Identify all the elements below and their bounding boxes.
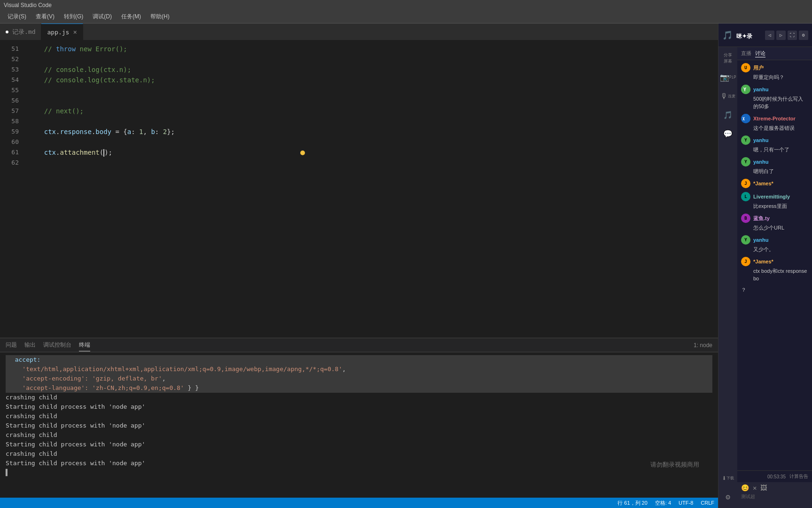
avatar-7: B [741, 214, 750, 223]
title-bar-text: Visual Studio Code [4, 2, 52, 8]
tab-records-md[interactable]: 记录.md [0, 24, 41, 40]
chat-user-6: L Liveremittingly [741, 192, 808, 201]
avatar-6: L [741, 192, 750, 201]
terminal-line-2: 'text/html,application/xhtml+xml,applica… [6, 365, 712, 374]
avatar-9: J [741, 257, 750, 266]
chat-bottom: 00:53:35 计算告告 😊 ✕ 🖼 测试超 [737, 470, 812, 508]
line-num-55: 55 [0, 85, 28, 95]
sidebar-icon-2[interactable]: ▷ [776, 31, 786, 40]
chat-text-9: ctx body和ctx response bo [741, 267, 808, 282]
terminal-line-12: Starting child process with 'node app' [6, 459, 712, 468]
close-tab-icon[interactable]: × [73, 28, 77, 36]
status-bar: 行 61，列 20 空格: 4 UTF-8 CRLF [0, 498, 718, 508]
terminal-line-6: Starting child process with 'node app' [6, 402, 712, 412]
tool-music[interactable]: 🎵 [720, 107, 735, 122]
chat-text-8: 又少个。 [741, 246, 808, 253]
tab-bar: 记录.md app.js × [0, 24, 718, 40]
menu-records[interactable]: 记录(S) [4, 12, 30, 22]
line-num-56: 56 [0, 95, 28, 106]
right-sidebar: 🎵 咪✦录 ◁ ▷ ⛶ ⚙ 分享屏幕 📷 PiP 🎙 [718, 24, 812, 508]
chat-smile-icon[interactable]: 😊 [741, 484, 749, 492]
tab-records-label: 记录.md [12, 28, 35, 36]
sidebar-icon-settings[interactable]: ⚙ [799, 31, 808, 40]
panel-tabs: 问题 输出 调试控制台 终端 1: node [0, 338, 718, 352]
chat-close-icon[interactable]: ✕ [753, 484, 757, 492]
tab-terminal[interactable]: 终端 [79, 339, 90, 351]
line-num-54: 54 [0, 75, 28, 85]
tool-share[interactable]: 分享屏幕 [720, 51, 735, 66]
tab-debug-console[interactable]: 调试控制台 [43, 339, 71, 351]
terminal-line-4: 'accept-language': 'zh-CN,zh;q=0.9,en;q=… [6, 383, 712, 393]
terminal-cursor-line: ▌ [6, 468, 712, 477]
line-num-57: 57 [0, 106, 28, 116]
terminal-line-9: crashing child [6, 430, 712, 440]
svg-text:X: X [742, 117, 745, 121]
line-num-60: 60 [0, 137, 28, 147]
chat-text-6: 比express里面 [741, 202, 808, 210]
chat-image-icon[interactable]: 🖼 [760, 484, 767, 492]
tab-problems[interactable]: 问题 [6, 339, 17, 351]
chat-user-9: J *James* [741, 257, 808, 266]
chat-msg-0: U 用户 即重定向吗？ [741, 63, 808, 81]
status-encoding: UTF-8 [679, 500, 693, 506]
sidebar-icon-1[interactable]: ◁ [765, 31, 774, 40]
avatar-8: Y [741, 235, 750, 245]
code-line-58: 58 [0, 116, 718, 127]
sidebar-icon-3[interactable]: ⛶ [788, 31, 797, 40]
chat-username-9: *James* [753, 259, 773, 264]
menu-goto[interactable]: 转到(G) [60, 12, 87, 22]
code-line-59: 59 ctx.response.body = {a: 1, b: 2}; [0, 127, 718, 137]
chat-username-3: yanhu [753, 137, 768, 143]
terminal-line-3: 'accept-encoding': 'gzip, deflate, br', [6, 374, 712, 383]
code-editor[interactable]: 51 // throw new Error(); 52 53 // consol… [0, 40, 718, 338]
menu-debug[interactable]: 调试(D) [89, 12, 116, 22]
chat-msg-6: L Liveremittingly 比express里面 [741, 192, 808, 210]
menu-bar: 记录(S) 查看(V) 转到(G) 调试(D) 任务(M) 帮助(H) [0, 10, 812, 24]
panel-area: 问题 输出 调试控制台 终端 1: node accept: 'text/htm… [0, 338, 718, 498]
menu-view[interactable]: 查看(V) [32, 12, 58, 22]
chat-username-4: yanhu [753, 159, 768, 165]
line-content-53: // console.log(ctx.n); [28, 64, 718, 75]
chat-messages[interactable]: U 用户 即重定向吗？ Y yanhu 500的时候为什么写 [737, 60, 812, 470]
chat-msg-1: Y yanhu 500的时候为什么写入的50多 [741, 85, 808, 110]
tab-output[interactable]: 输出 [24, 339, 36, 351]
menu-tasks[interactable]: 任务(M) [117, 12, 145, 22]
chat-tab-live[interactable]: 直播 [741, 50, 751, 57]
avatar-2: X [741, 114, 750, 123]
terminal-content[interactable]: accept: 'text/html,application/xhtml+xml… [0, 352, 718, 498]
tool-chat[interactable]: 💬 [720, 126, 735, 141]
code-line-62: 62 [0, 158, 718, 168]
tab-app-js[interactable]: app.js × [41, 24, 83, 40]
code-line-51: 51 // throw new Error(); [0, 44, 718, 54]
terminal-line-8: Starting child process with 'node app' [6, 421, 712, 430]
tool-mic[interactable]: 🎙 连麦 [720, 88, 735, 103]
menu-help[interactable]: 帮助(H) [147, 12, 173, 22]
status-eol: CRLF [701, 500, 714, 506]
tool-camera[interactable]: 📷 PiP [720, 70, 735, 85]
avatar-1: Y [741, 85, 750, 94]
avatar-4: Y [741, 157, 750, 167]
tool-download[interactable]: ⬇ 下载 [720, 470, 735, 485]
editor-area: 记录.md app.js × 51 // throw new Error(); … [0, 24, 718, 508]
avatar-3: Y [741, 135, 750, 145]
terminal-line-10: Starting child process with 'node app' [6, 440, 712, 449]
svg-text:Y: Y [743, 87, 746, 92]
line-content-59: ctx.response.body = {a: 1, b: 2}; [28, 127, 718, 137]
chat-user-7: B 蓝鱼.ty [741, 214, 808, 223]
tool-settings[interactable]: ⚙ [720, 489, 735, 504]
chat-username-6: Liveremittingly [753, 194, 790, 199]
chat-timestamp-bar: 00:53:35 计算告告 [737, 471, 812, 482]
code-line-53: 53 // console.log(ctx.n); [0, 64, 718, 75]
line-num-59: 59 [0, 127, 28, 137]
sidebar-logo: 🎵 咪✦录 [722, 30, 752, 40]
status-line-col: 行 61，列 20 [617, 500, 648, 507]
chat-user-0: U 用户 [741, 63, 808, 72]
terminal-line-1: accept: [6, 355, 712, 365]
chat-area: 直播 讨论 U 用户 即重定向吗？ [737, 47, 812, 508]
chat-text-4: 嗯明白了 [741, 167, 808, 175]
chat-user-1: Y yanhu [741, 85, 808, 94]
chat-user-8: Y yanhu [741, 235, 808, 245]
chat-username-1: yanhu [753, 87, 768, 92]
chat-tab-discuss[interactable]: 讨论 [755, 50, 765, 57]
tab-appjs-label: app.js [47, 29, 69, 36]
